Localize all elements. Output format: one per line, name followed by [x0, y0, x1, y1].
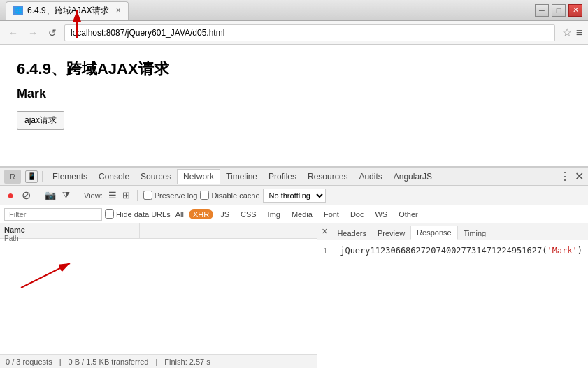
list-view-icon[interactable]: ☰	[107, 190, 118, 200]
throttle-select[interactable]: No throttling	[263, 189, 326, 203]
tab-favicon: 🌐	[13, 6, 23, 15]
tab-network[interactable]: Network	[177, 169, 220, 184]
filter-js-button[interactable]: JS	[216, 209, 234, 219]
address-bar: ← → ↺ ☆ ≡	[0, 21, 588, 45]
detail-tab-response[interactable]: Response	[410, 226, 458, 240]
devtools-logo: R	[4, 170, 21, 184]
code-suffix: )	[578, 246, 582, 256]
status-bar: 0 / 3 requests | 0 B / 1.5 KB transferre…	[0, 354, 317, 368]
reload-button[interactable]: ↺	[45, 25, 60, 41]
preserve-log-checkbox[interactable]: Preserve log	[143, 191, 198, 200]
name-col-label: Name	[4, 226, 25, 234]
toolbar-separator-1	[38, 190, 38, 201]
tab-sources[interactable]: Sources	[135, 170, 177, 184]
window-controls: ─ □ ✕	[535, 4, 582, 17]
filter-toggle-button[interactable]: ⧩	[59, 189, 72, 202]
tab-resources[interactable]: Resources	[302, 170, 353, 184]
filter-media-button[interactable]: Media	[287, 209, 317, 219]
tab-elements[interactable]: Elements	[47, 170, 93, 184]
tab-separator	[42, 171, 43, 182]
finish-time: Finish: 2.57 s	[164, 358, 210, 366]
filter-font-button[interactable]: Font	[320, 209, 343, 219]
preserve-log-label: Preserve log	[155, 191, 198, 200]
record-button[interactable]: ●	[4, 189, 17, 202]
arrow-annotation-1	[14, 253, 98, 295]
devtools-panel: R 📱 Elements Console Sources Network Tim…	[0, 167, 588, 368]
detail-tabs: × Headers Preview Response Timing	[317, 223, 588, 240]
window-close-button[interactable]: ✕	[568, 4, 582, 17]
separator-pipe: |	[59, 358, 62, 366]
tab-close-button[interactable]: ×	[116, 6, 121, 15]
code-string-value: 'Mark'	[547, 246, 577, 256]
disable-cache-label: Disable cache	[211, 191, 259, 200]
clear-button[interactable]: ⊘	[20, 189, 32, 202]
svg-line-1	[21, 263, 70, 288]
title-bar: 🌐 6.4.9、跨域AJAX请求 × ─ □ ✕	[0, 0, 588, 21]
requests-count: 0 / 3 requests	[6, 358, 52, 366]
maximize-button[interactable]: □	[552, 4, 566, 17]
filter-doc-button[interactable]: Doc	[346, 209, 368, 219]
address-input[interactable]	[64, 24, 555, 41]
toolbar-separator-2	[78, 190, 78, 201]
detail-code-content: jQuery1123066862720740027731471224951627…	[340, 246, 582, 256]
page-content: 6.4.9、跨域AJAX请求 Mark ajax请求	[0, 45, 588, 167]
filter-input[interactable]	[4, 208, 102, 221]
filter-xhr-button[interactable]: XHR	[189, 209, 213, 219]
code-prefix: jQuery1123066862720740027731471224951627…	[340, 246, 547, 256]
device-mode-icon[interactable]: 📱	[25, 170, 38, 183]
requests-body	[0, 239, 317, 354]
name-column-header: Name Path	[0, 223, 140, 238]
tab-console[interactable]: Console	[93, 170, 135, 184]
requests-header: Name Path	[0, 223, 317, 239]
devtools-more-icon[interactable]: ⋮	[555, 170, 575, 183]
filter-bar: Hide data URLs All XHR JS CSS Img Media …	[0, 205, 588, 223]
screenshot-button[interactable]: 📷	[44, 189, 57, 202]
large-view-icon[interactable]: ⊞	[121, 190, 131, 200]
toolbar-separator-3	[137, 190, 138, 201]
detail-tab-preview[interactable]: Preview	[372, 227, 410, 240]
devtools-close-button[interactable]: ✕	[575, 170, 584, 183]
tab-angularjs[interactable]: AngularJS	[388, 170, 438, 184]
filter-other-button[interactable]: Other	[394, 209, 422, 219]
minimize-button[interactable]: ─	[535, 4, 549, 17]
tab-profiles[interactable]: Profiles	[263, 170, 302, 184]
transferred-size: 0 B / 1.5 KB transferred	[69, 358, 149, 366]
preserve-log-input[interactable]	[143, 191, 152, 200]
detail-panel: × Headers Preview Response Timing 1 jQue…	[317, 223, 588, 368]
separator-pipe-2: |	[155, 358, 157, 366]
tab-audits[interactable]: Audits	[353, 170, 387, 184]
tab-title: 6.4.9、跨域AJAX请求	[27, 5, 109, 17]
tab-timeline[interactable]: Timeline	[220, 170, 263, 184]
hide-data-urls-label: Hide data URLs	[116, 210, 171, 219]
filter-img-button[interactable]: Img	[264, 209, 285, 219]
detail-close-button[interactable]: ×	[317, 223, 331, 240]
detail-row-num: 1	[323, 246, 334, 255]
page-subtitle: Mark	[17, 87, 571, 101]
devtools-tabs: R 📱 Elements Console Sources Network Tim…	[0, 168, 588, 186]
detail-tab-timing[interactable]: Timing	[458, 227, 492, 240]
browser-menu-icon[interactable]: ≡	[576, 27, 582, 39]
disable-cache-input[interactable]	[200, 191, 209, 200]
browser-tab[interactable]: 🌐 6.4.9、跨域AJAX请求 ×	[6, 1, 129, 20]
back-button[interactable]: ←	[6, 25, 21, 41]
page-title: 6.4.9、跨域AJAX请求	[17, 59, 571, 80]
disable-cache-checkbox[interactable]: Disable cache	[200, 191, 259, 200]
detail-row-1: 1 jQuery11230668627207400277314712249516…	[323, 244, 582, 257]
network-toolbar: ● ⊘ 📷 ⧩ View: ☰ ⊞ Preserve log Disable c…	[0, 186, 588, 205]
forward-button[interactable]: →	[25, 25, 41, 41]
hide-data-urls-input[interactable]	[105, 209, 114, 219]
filter-all-button[interactable]: All	[173, 210, 186, 219]
ajax-request-button[interactable]: ajax请求	[17, 111, 64, 130]
bookmark-icon[interactable]: ☆	[562, 26, 572, 39]
filter-css-button[interactable]: CSS	[236, 209, 261, 219]
view-label: View:	[84, 191, 103, 200]
detail-tab-headers[interactable]: Headers	[331, 227, 372, 240]
filter-ws-button[interactable]: WS	[371, 209, 392, 219]
devtools-body: Name Path 0 / 3 requests |	[0, 223, 588, 368]
detail-body: 1 jQuery11230668627207400277314712249516…	[317, 240, 588, 368]
hide-data-urls-checkbox[interactable]: Hide data URLs	[105, 209, 171, 219]
requests-panel: Name Path 0 / 3 requests |	[0, 223, 317, 368]
